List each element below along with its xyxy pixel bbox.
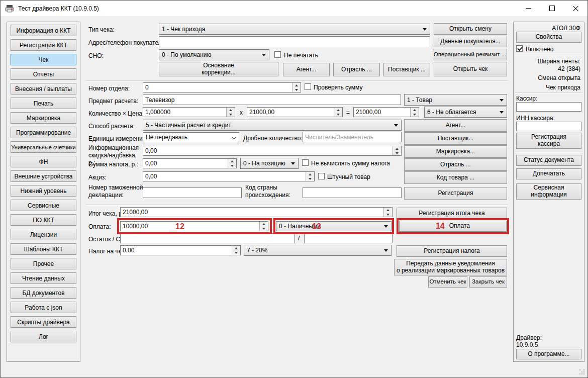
- tax-target-select[interactable]: 0 - На позицию: [240, 158, 299, 169]
- cancel-receipt-button[interactable]: Отменить чек: [428, 276, 467, 288]
- open-receipt-button[interactable]: Открыть чек: [434, 62, 507, 76]
- units-select[interactable]: Не передавать: [143, 132, 239, 142]
- chevron-down-icon[interactable]: [229, 133, 239, 142]
- quantity-spinner[interactable]: 1,000000: [143, 107, 235, 117]
- price-spinner[interactable]: 21000,00: [247, 107, 343, 117]
- piece-goods-checkbox[interactable]: [318, 173, 325, 179]
- chevron-down-icon[interactable]: [381, 245, 391, 255]
- amount-spinner[interactable]: 21000,00: [353, 107, 419, 117]
- receipt-type-select[interactable]: 1 - Чек прихода: [159, 24, 430, 35]
- properties-button[interactable]: Свойства: [516, 32, 581, 43]
- close-button[interactable]: [564, 1, 587, 16]
- chevron-down-icon[interactable]: [497, 94, 507, 105]
- sidebar-item-service[interactable]: Сервисные: [11, 200, 76, 211]
- sno-select[interactable]: 0 - По умолчанию: [159, 49, 269, 60]
- cashier-input[interactable]: [516, 102, 581, 112]
- sidebar-item-po-kkt[interactable]: ПО ККТ: [11, 214, 76, 226]
- receipt-tax-type-select[interactable]: 7 - 20%: [244, 245, 391, 256]
- sidebar-item-check[interactable]: Чек: [11, 54, 76, 65]
- close-receipt-button[interactable]: Закрыть чек: [469, 276, 507, 288]
- pay-method-select[interactable]: 5 - Частичный расчет и кредит: [143, 120, 402, 131]
- sidebar-item-other[interactable]: Прочее: [11, 258, 76, 269]
- operational-requisite-button[interactable]: Операционный реквизит ...: [433, 49, 507, 60]
- sidebar-item-universal-counters[interactable]: Универсальные счетчики: [11, 141, 76, 153]
- sidebar-item-info-kkt[interactable]: Информация о ККТ: [11, 25, 76, 36]
- payment-sum-spinner[interactable]: 10000,00: [120, 221, 268, 231]
- department-spinner[interactable]: 0: [143, 82, 301, 92]
- correction-basis-button[interactable]: Основание коррекции...: [159, 62, 278, 76]
- registration-button[interactable]: Регистрация: [404, 187, 507, 200]
- piece-goods-label[interactable]: Штучный товар: [327, 173, 370, 180]
- sidebar-item-json[interactable]: Работа с json: [11, 302, 76, 313]
- supplier-button[interactable]: Поставщик...: [404, 132, 507, 145]
- chevron-down-icon[interactable]: [259, 50, 269, 60]
- service-info-button[interactable]: Сервисная информация: [516, 183, 581, 200]
- balance-input[interactable]: [120, 233, 295, 243]
- marked-goods-button[interactable]: Передать данные уведомления о реализации…: [394, 259, 507, 275]
- resize-grip-icon[interactable]: [579, 369, 580, 370]
- open-shift-button[interactable]: Открыть смену: [434, 23, 507, 35]
- no-print-label[interactable]: Не печатать: [284, 52, 318, 59]
- country-input[interactable]: [303, 187, 402, 198]
- supplier-button-top[interactable]: Поставщик ...: [383, 63, 430, 76]
- sidebar-item-reports[interactable]: Отчеты: [11, 68, 76, 80]
- sidebar-item-print[interactable]: Печать: [11, 98, 76, 109]
- spinner-arrows-icon[interactable]: [292, 83, 301, 92]
- discount-spinner[interactable]: 0,00: [143, 146, 402, 156]
- chevron-down-icon[interactable]: [497, 107, 507, 117]
- sidebar-item-programming[interactable]: Программирование: [11, 127, 76, 138]
- sidebar-item-licenses[interactable]: Лицензии: [11, 229, 76, 240]
- sidebar-item-deposits-payouts[interactable]: Внесения / выплаты: [11, 83, 76, 94]
- agent-button-top[interactable]: Агент...: [283, 63, 330, 76]
- no-print-checkbox[interactable]: [274, 51, 281, 58]
- sidebar-item-fn[interactable]: ФН: [11, 156, 76, 167]
- total-registration-button[interactable]: Регистрация итога чека: [397, 208, 507, 219]
- document-status-button[interactable]: Статус документа: [516, 155, 581, 166]
- about-button[interactable]: О программе...: [516, 349, 581, 359]
- chevron-down-icon[interactable]: [420, 24, 430, 34]
- vat-select[interactable]: 6 - Не облагается: [424, 107, 507, 118]
- sidebar-item-low-level[interactable]: Нижний уровень: [11, 185, 76, 197]
- sidebar-item-log[interactable]: Лог: [11, 331, 76, 342]
- sidebar-item-external-devices[interactable]: Внешние устройства: [11, 170, 76, 182]
- spinner-arrows-icon[interactable]: [334, 108, 342, 117]
- sidebar-item-db-documents[interactable]: БД документов: [11, 287, 76, 299]
- payment-button[interactable]: 14 Оплата: [399, 221, 507, 232]
- chevron-down-icon[interactable]: [381, 222, 391, 231]
- sidebar-item-read-data[interactable]: Чтение данных: [11, 272, 76, 284]
- chevron-down-icon[interactable]: [288, 158, 298, 168]
- spinner-arrows-icon[interactable]: [226, 108, 235, 117]
- minimize-button[interactable]: [517, 1, 540, 16]
- spinner-arrows-icon[interactable]: [232, 246, 240, 255]
- maximize-button[interactable]: [540, 1, 564, 16]
- agent-button[interactable]: Агент...: [404, 119, 507, 132]
- sidebar-item-marking[interactable]: Маркировка: [11, 112, 76, 124]
- excise-spinner[interactable]: 0,00: [143, 171, 315, 181]
- fraction-input[interactable]: [303, 132, 402, 142]
- spinner-arrows-icon[interactable]: [393, 146, 401, 155]
- tax-registration-button[interactable]: Регистрация налога: [397, 245, 507, 257]
- customs-input[interactable]: [143, 187, 242, 198]
- reprint-button[interactable]: Допечатать: [516, 168, 581, 179]
- payment-type-select[interactable]: 0 - Наличными: [276, 221, 391, 231]
- sidebar-item-registration-kkt[interactable]: Регистрация ККТ: [11, 39, 76, 51]
- industry-button-top[interactable]: Отрасль ...: [333, 63, 380, 76]
- no-tax-calc-checkbox[interactable]: [302, 159, 309, 166]
- spinner-arrows-icon[interactable]: [228, 159, 236, 168]
- marking-button[interactable]: Маркировка...: [404, 145, 507, 158]
- cashier-inn-input[interactable]: [516, 122, 581, 131]
- subject-input[interactable]: [143, 94, 401, 105]
- sidebar-item-templates-kkt[interactable]: Шаблоны ККТ: [11, 243, 76, 255]
- goods-code-button[interactable]: Код товара ...: [404, 171, 507, 184]
- enabled-checkbox[interactable]: [516, 45, 523, 52]
- sidebar-item-driver-scripts[interactable]: Скрипты драйвера: [11, 316, 76, 328]
- enabled-label[interactable]: Включено: [526, 46, 553, 53]
- change-input[interactable]: [304, 233, 393, 243]
- tax-sum-spinner[interactable]: 0,00: [143, 158, 237, 168]
- subject-type-select[interactable]: 1 - Товар: [404, 94, 507, 106]
- spinner-arrows-icon[interactable]: [306, 172, 314, 181]
- chevron-down-icon[interactable]: [391, 120, 401, 130]
- check-sum-checkbox[interactable]: [305, 83, 311, 90]
- spinner-arrows-icon[interactable]: [259, 222, 268, 231]
- cashier-registration-button[interactable]: Регистрация кассира: [516, 133, 581, 149]
